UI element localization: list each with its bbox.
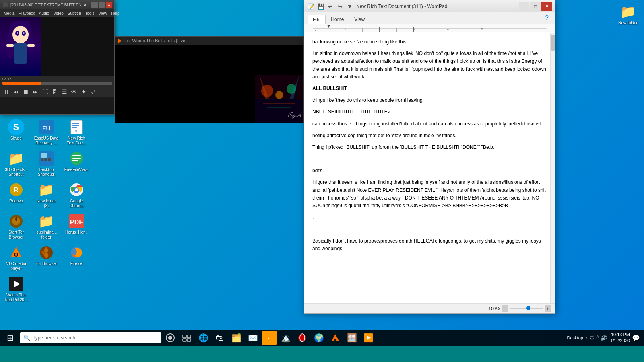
tab-file[interactable]: File — [308, 15, 326, 24]
start-tor-browser-icon-item[interactable]: Start Tor Browser — [2, 212, 30, 241]
vlc-menu-media[interactable]: Media — [4, 11, 14, 16]
folder-icon-img: 📁 — [620, 4, 636, 20]
firefox-label: Firefox — [70, 261, 83, 266]
vlc-menu-audio[interactable]: Audio — [39, 11, 50, 16]
vlc-menu-video[interactable]: Video — [53, 11, 63, 16]
vlc-menu-subtitle[interactable]: Subtitle — [68, 11, 81, 16]
vlc-menu-help[interactable]: Help — [111, 11, 120, 16]
customize-quick-access[interactable]: ▼ — [346, 3, 354, 10]
taskbar-search-box[interactable]: 🔍 Type here to search — [20, 332, 161, 343]
google-chrome-icon-item[interactable]: Google Chrome — [62, 180, 91, 210]
new-folder-3-icon-item[interactable]: 📁 New folder (3) — [32, 180, 60, 210]
wordpad-quick-access-toolbar: 💾 ↩ ↪ ▼ — [317, 3, 354, 10]
taskbar-clock[interactable]: 10:13 PM 1/12/2020 — [610, 332, 630, 344]
vlc-progress-area: 03:13 — [0, 76, 114, 86]
show-hidden-icons-chevron[interactable]: » — [585, 336, 588, 340]
wordpad-titlebar: 📝 💾 ↩ ↪ ▼ New Rich Text Document (311) -… — [304, 0, 555, 12]
recuva-icon-item[interactable]: R Recuva — [2, 180, 30, 210]
svg-rect-35 — [72, 158, 80, 159]
notification-center-btn[interactable]: 💬 — [632, 334, 640, 342]
taskbar-browser2-btn[interactable]: 🌍 — [312, 331, 326, 345]
redo-btn[interactable]: ↪ — [336, 3, 344, 10]
svg-text:5: 5 — [481, 27, 483, 31]
firefox-icon-item[interactable]: Firefox — [62, 243, 91, 273]
wordpad-help-btn[interactable]: ? — [542, 13, 552, 23]
svg-rect-29 — [41, 153, 47, 158]
taskbar-vlc-tb-btn[interactable] — [328, 331, 343, 345]
vlc-menu-playback[interactable]: Playback — [19, 11, 35, 16]
skype-icon-item[interactable]: S Skype — [2, 117, 30, 147]
vlc-effects-btn[interactable]: ✦ — [80, 88, 88, 96]
skype-label: Skype — [10, 136, 22, 141]
desktop-icons-section: S Skype EU EaseUS Data Recovery ... — [0, 115, 115, 305]
horus-icon-item[interactable]: PDF Horus_Her... — [62, 212, 91, 241]
search-icon: 🔍 — [23, 335, 30, 341]
wordpad-minimize-btn[interactable]: — — [519, 2, 529, 11]
wordpad-maximize-btn[interactable]: □ — [530, 2, 541, 11]
wordpad-content[interactable]: backrowng noice se /ze notice thing like… — [304, 32, 555, 293]
vlc-prev-btn[interactable]: ⏮ — [12, 88, 20, 96]
vlc-random-btn[interactable]: ⇄ — [89, 88, 97, 96]
wordpad-scroll-thumb[interactable] — [551, 35, 555, 51]
desktop-shortcuts-icon-item[interactable]: Desktop Shortcuts — [32, 149, 60, 179]
tray-volume-icon[interactable]: 🔊 — [600, 335, 607, 341]
watch-red-pill-icon-item[interactable]: Watch The Red Pill 20... — [2, 274, 30, 304]
vlc-menu-tools[interactable]: Tools — [85, 11, 94, 16]
taskbar-windows-btn[interactable]: 🪟 — [345, 331, 359, 345]
new-rich-text-icon-item[interactable]: RTF New Rich Text Doc... — [62, 117, 91, 147]
start-button[interactable]: ⊞ — [2, 330, 18, 346]
undo-btn[interactable]: ↩ — [326, 3, 334, 10]
vlc-close-btn[interactable]: ✕ — [106, 2, 112, 8]
tab-home[interactable]: Home — [326, 14, 349, 24]
vlc-menu-view[interactable]: View — [99, 11, 107, 16]
svg-point-50 — [15, 253, 17, 256]
vlc-maximize-btn[interactable]: □ — [99, 2, 105, 8]
vlc-fullscreen-btn[interactable]: ⛶ — [41, 88, 49, 96]
taskbar-opera-btn[interactable] — [295, 331, 310, 345]
vlc-playlist-btn[interactable]: ☰ — [60, 88, 68, 96]
taskbar-mail-btn[interactable]: ✉️ — [246, 331, 260, 345]
svg-point-80 — [298, 334, 306, 342]
wordpad-close-btn[interactable]: ✕ — [541, 2, 552, 11]
show-hidden-icons-btn[interactable]: Desktop — [567, 335, 583, 340]
tray-network-icon[interactable]: ^ — [596, 335, 599, 341]
vlc-minimize-btn[interactable]: — — [91, 2, 98, 8]
tray-norton-icon[interactable]: 🛡 — [589, 335, 595, 341]
vlc-play-pause-btn[interactable]: ⏸ — [2, 88, 10, 96]
tor-browser-icon-item[interactable]: Tor Browser — [32, 243, 60, 273]
sublimina-folder-icon-item[interactable]: 📁 'sublimina... folder — [32, 212, 60, 241]
svg-text:1: 1 — [345, 27, 347, 31]
skype-icon: S — [8, 119, 24, 135]
zoom-out-btn[interactable]: − — [502, 305, 508, 312]
taskbar-store-btn[interactable]: 🛍 — [213, 331, 227, 345]
tab-view[interactable]: View — [349, 14, 370, 24]
easeus-label: EaseUS Data Recovery ... — [34, 136, 59, 146]
vlc-media-player-icon-item[interactable]: VLC media player — [2, 243, 30, 273]
taskbar-amazon-btn[interactable]: a — [262, 331, 277, 345]
taskbar-edge-btn[interactable]: 🌐 — [196, 331, 211, 345]
new-folder-3-label: New folder (3) — [34, 199, 59, 208]
3d-objects-icon-item[interactable]: 📁 3D Objects - Shortcut — [2, 149, 30, 179]
taskbar-task-view-btn[interactable] — [180, 331, 194, 345]
freefileview-icon-item[interactable]: FreeFileView... — [62, 149, 91, 179]
new-folder-icon[interactable]: 📁 New folder — [614, 2, 642, 27]
taskbar-explorer-btn[interactable]: 🗂️ — [229, 331, 244, 345]
vlc-progress-bar[interactable] — [2, 82, 112, 85]
save-quick-btn[interactable]: 💾 — [317, 3, 325, 10]
easeus-icon-item[interactable]: EU EaseUS Data Recovery ... — [32, 117, 60, 147]
taskbar-media-tb-btn[interactable]: ▶️ — [361, 331, 376, 345]
zoom-slider[interactable] — [510, 308, 543, 309]
vlc-extended-btn[interactable]: 🎛 — [51, 88, 59, 96]
desktop-shortcuts-label: Desktop Shortcuts — [34, 167, 59, 177]
wordpad-scrollbar[interactable] — [550, 33, 555, 303]
vlc-stop-btn[interactable]: ⏹ — [22, 88, 30, 96]
taskbar-tripadvisor-btn[interactable]: 🏔️ — [279, 331, 293, 345]
vlc-media-player-icon — [9, 245, 23, 260]
vlc-view-btn[interactable]: 👁 — [70, 88, 78, 96]
zoom-in-btn[interactable]: + — [545, 305, 551, 312]
vlc-progress-fill — [2, 82, 41, 85]
svg-rect-79 — [187, 339, 191, 341]
start-tor-browser-label: Start Tor Browser — [4, 230, 29, 240]
taskbar-cortana-btn[interactable] — [163, 331, 178, 345]
vlc-next-btn[interactable]: ⏭ — [31, 88, 39, 96]
